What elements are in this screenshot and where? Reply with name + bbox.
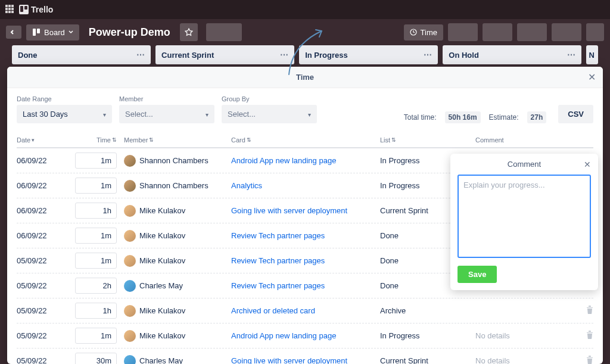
member-name: Mike Kulakov — [139, 256, 185, 265]
back-button[interactable] — [6, 26, 21, 39]
header-pill-3[interactable] — [483, 23, 512, 41]
member-name: Charles May — [139, 356, 183, 364]
group-by-select[interactable]: Select... ▾ — [222, 105, 317, 123]
header-pill-5[interactable] — [552, 23, 581, 41]
cell-card-link[interactable]: Analytics — [231, 181, 380, 190]
cell-card-link[interactable]: Archived or deleted card — [231, 306, 380, 315]
avatar — [124, 305, 136, 317]
csv-export-button[interactable]: CSV — [558, 105, 593, 123]
member-name: Shannon Chambers — [139, 181, 208, 190]
time-input[interactable] — [75, 228, 117, 244]
header-pill-1[interactable] — [206, 23, 242, 41]
column-menu-icon[interactable]: ⋯ — [280, 50, 288, 60]
cell-date: 06/09/22 — [17, 231, 70, 240]
column-menu-icon[interactable]: ⋯ — [136, 50, 145, 60]
time-input[interactable] — [75, 253, 117, 269]
delete-row-button[interactable] — [575, 356, 593, 364]
filter-label: Date Range — [17, 95, 112, 102]
svg-rect-11 — [24, 6, 27, 10]
time-input[interactable] — [75, 203, 117, 219]
column-menu-icon[interactable]: ⋯ — [567, 50, 575, 60]
trello-logo[interactable]: Trello — [19, 5, 53, 14]
table-header-row: Date▾ Time⇅ Member⇅ Card⇅ List⇅ Comment — [17, 133, 593, 148]
column-current-sprint[interactable]: Current Sprint⋯ — [155, 45, 294, 64]
delete-row-button[interactable] — [575, 306, 593, 316]
chevron-down-icon: ▾ — [206, 111, 208, 117]
time-input[interactable] — [75, 353, 117, 364]
avatar — [124, 155, 136, 167]
avatar — [124, 355, 136, 365]
date-range-select[interactable]: Last 30 Days ▾ — [17, 105, 112, 123]
column-on-hold[interactable]: On Hold⋯ — [443, 45, 581, 64]
time-input[interactable] — [75, 303, 117, 319]
time-powerup-button[interactable]: Time — [404, 24, 443, 41]
modal-close-button[interactable]: ✕ — [588, 71, 596, 83]
cell-time — [70, 353, 124, 364]
header-pill-2[interactable] — [448, 23, 478, 41]
popup-close-button[interactable]: ✕ — [584, 160, 591, 169]
totals: Total time: 50h 16m Estimate: 27h — [404, 111, 546, 123]
avatar — [124, 255, 136, 267]
column-label: Done — [18, 51, 38, 60]
svg-rect-13 — [37, 29, 40, 33]
save-button[interactable]: Save — [458, 266, 497, 283]
cell-card-link[interactable]: Review Tech partner pages — [231, 256, 380, 265]
column-menu-icon[interactable]: ⋯ — [424, 50, 432, 60]
cell-member: Mike Kulakov — [124, 230, 231, 242]
chevron-down-icon — [69, 30, 73, 35]
th-list[interactable]: List⇅ — [380, 136, 475, 144]
cell-time — [70, 228, 124, 244]
cell-comment[interactable]: No details — [475, 356, 575, 364]
chevron-down-icon: ▾ — [308, 111, 311, 117]
column-in-progress[interactable]: In Progress⋯ — [299, 45, 438, 64]
time-btn-label: Time — [421, 28, 437, 37]
filter-label: Group By — [222, 95, 317, 102]
cell-card-link[interactable]: Going live with server deployment — [231, 206, 380, 215]
cell-member: Shannon Chambers — [124, 155, 231, 167]
cell-member: Mike Kulakov — [124, 305, 231, 317]
board-title[interactable]: Power-up Demo — [84, 26, 175, 39]
clock-icon — [410, 29, 417, 36]
cell-card-link[interactable]: Android App new landing page — [231, 156, 380, 165]
cell-member: Mike Kulakov — [124, 330, 231, 342]
th-time[interactable]: Time⇅ — [70, 136, 124, 144]
time-input[interactable] — [75, 328, 117, 344]
cell-time — [70, 328, 124, 344]
column-next[interactable]: N — [586, 45, 598, 64]
header-pill-6[interactable] — [586, 23, 604, 41]
th-member[interactable]: Member⇅ — [124, 136, 231, 144]
th-date[interactable]: Date▾ — [17, 136, 70, 144]
cell-card-link[interactable]: Review Tech partner pages — [231, 231, 380, 240]
delete-row-button[interactable] — [575, 331, 593, 341]
popup-header: Comment ✕ — [458, 160, 591, 175]
cell-date: 05/09/22 — [17, 281, 70, 290]
sort-icon: ⇅ — [112, 137, 117, 143]
header-pill-4[interactable] — [517, 23, 547, 41]
svg-rect-7 — [8, 11, 11, 13]
time-input[interactable] — [75, 178, 117, 194]
column-label: In Progress — [305, 51, 348, 60]
comment-textarea[interactable] — [458, 175, 591, 258]
cell-date: 05/09/22 — [17, 356, 70, 364]
time-input[interactable] — [75, 153, 117, 169]
sort-icon: ⇅ — [391, 137, 396, 143]
column-done[interactable]: Done⋯ — [12, 45, 151, 64]
filter-row: Date Range Last 30 Days ▾ Member Select.… — [7, 88, 603, 133]
cell-card-link[interactable]: Android App new landing page — [231, 331, 380, 340]
member-name: Mike Kulakov — [139, 231, 185, 240]
time-input[interactable] — [75, 278, 117, 294]
cell-card-link[interactable]: Going live with server deployment — [231, 356, 380, 364]
cell-member: Mike Kulakov — [124, 205, 231, 217]
board-view-button[interactable]: Board — [26, 24, 79, 41]
cell-time — [70, 278, 124, 294]
table-row: 05/09/22Mike KulakovArchived or deleted … — [17, 298, 593, 323]
apps-icon[interactable] — [5, 4, 14, 15]
cell-card-link[interactable]: Review Tech partner pages — [231, 281, 380, 290]
th-card[interactable]: Card⇅ — [231, 136, 380, 144]
board-header: Board Power-up Demo Time — [0, 19, 610, 45]
date-range-filter: Date Range Last 30 Days ▾ — [17, 95, 112, 123]
cell-comment[interactable]: No details — [475, 331, 575, 340]
star-button[interactable] — [180, 23, 198, 41]
avatar — [124, 330, 136, 342]
member-select[interactable]: Select... ▾ — [119, 105, 214, 123]
